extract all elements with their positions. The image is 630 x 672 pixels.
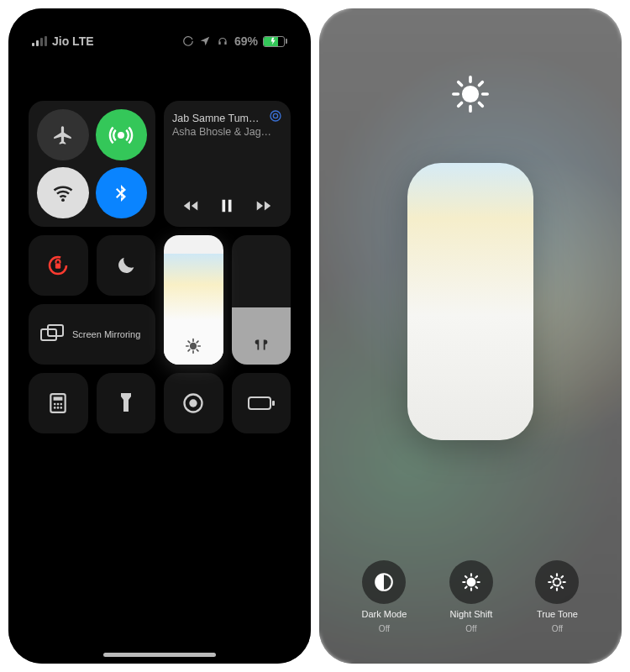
location-icon xyxy=(199,35,211,47)
battery-percent-label: 69% xyxy=(234,34,258,48)
calculator-icon xyxy=(47,392,69,414)
dark-mode-state: Off xyxy=(379,624,390,633)
dark-mode-label: Dark Mode xyxy=(362,609,407,619)
svg-rect-5 xyxy=(55,264,60,269)
brightness-slider-large[interactable] xyxy=(407,163,533,440)
battery-icon xyxy=(263,36,287,47)
wifi-toggle[interactable] xyxy=(37,167,89,218)
screen-record-button[interactable] xyxy=(164,373,223,433)
record-icon xyxy=(181,391,205,415)
control-center-grid: Jab Samne Tum… Asha Bhosle & Jag… xyxy=(29,101,291,433)
true-tone-state: Off xyxy=(552,624,563,633)
svg-point-11 xyxy=(54,403,56,406)
carrier-label: Jio LTE xyxy=(52,34,94,48)
low-power-mode-button[interactable] xyxy=(232,373,291,433)
do-not-disturb-toggle[interactable] xyxy=(97,235,156,296)
status-bar: Jio LTE 69% xyxy=(8,8,311,45)
svg-point-14 xyxy=(54,407,56,409)
rotation-lock-icon xyxy=(45,253,71,278)
svg-point-18 xyxy=(190,399,197,407)
dark-mode-toggle[interactable]: Dark Mode Off xyxy=(362,560,407,633)
svg-rect-19 xyxy=(249,397,270,409)
calculator-button[interactable] xyxy=(29,373,88,433)
wifi-icon xyxy=(51,181,75,205)
svg-point-23 xyxy=(468,579,475,586)
rewind-icon[interactable] xyxy=(181,197,200,215)
forward-icon[interactable] xyxy=(255,197,273,215)
airplane-icon xyxy=(52,124,74,146)
night-shift-state: Off xyxy=(465,624,476,633)
airplay-audio-icon xyxy=(269,109,282,123)
svg-rect-20 xyxy=(272,401,275,406)
airpods-icon xyxy=(252,336,270,354)
brightness-slider[interactable] xyxy=(164,235,223,365)
svg-point-12 xyxy=(57,403,60,406)
flashlight-icon xyxy=(118,391,134,415)
svg-point-16 xyxy=(60,407,63,409)
svg-point-3 xyxy=(273,113,277,118)
signal-bars-icon xyxy=(32,36,47,46)
cellular-data-toggle[interactable] xyxy=(96,109,148,160)
home-indicator[interactable] xyxy=(103,653,216,657)
screenshot-control-center: Jio LTE 69% xyxy=(8,8,311,664)
moon-icon xyxy=(114,254,138,277)
night-shift-label: Night Shift xyxy=(450,609,493,619)
sun-icon xyxy=(185,338,202,354)
true-tone-label: True Tone xyxy=(537,609,578,619)
svg-rect-10 xyxy=(54,396,63,400)
bluetooth-toggle[interactable] xyxy=(96,167,148,218)
true-tone-toggle[interactable]: True Tone Off xyxy=(535,560,579,633)
screen-mirroring-label: Screen Mirroring xyxy=(72,329,140,339)
sun-icon xyxy=(452,76,489,113)
svg-point-2 xyxy=(270,111,281,121)
media-artist-label: Asha Bhosle & Jag… xyxy=(172,126,282,139)
svg-point-1 xyxy=(61,198,65,202)
volume-slider[interactable] xyxy=(232,235,291,365)
svg-point-15 xyxy=(57,407,60,409)
airplane-mode-toggle[interactable] xyxy=(37,109,89,160)
media-controls-tile[interactable]: Jab Samne Tum… Asha Bhosle & Jag… xyxy=(164,101,291,227)
svg-point-24 xyxy=(554,579,561,586)
bluetooth-icon xyxy=(111,183,131,203)
svg-point-6 xyxy=(191,344,197,349)
media-title-label: Jab Samne Tum… xyxy=(172,113,282,126)
true-tone-icon xyxy=(546,571,568,593)
cellular-antenna-icon xyxy=(108,123,134,148)
screen-mirroring-button[interactable]: Screen Mirroring xyxy=(29,304,155,365)
night-shift-toggle[interactable]: Night Shift Off xyxy=(449,560,493,633)
refresh-icon xyxy=(182,35,194,47)
headphones-icon xyxy=(216,35,229,47)
orientation-lock-toggle[interactable] xyxy=(29,235,88,296)
screen-mirroring-icon xyxy=(40,324,64,344)
svg-point-13 xyxy=(60,403,63,406)
pause-icon[interactable] xyxy=(218,197,236,215)
brightness-options-row: Dark Mode Off Night Shift Off True Tone … xyxy=(319,560,622,633)
battery-icon xyxy=(248,395,275,412)
night-shift-icon xyxy=(460,571,482,593)
flashlight-button[interactable] xyxy=(97,373,156,433)
dark-mode-icon xyxy=(373,571,395,593)
connectivity-group[interactable] xyxy=(29,101,155,227)
svg-point-0 xyxy=(119,133,124,138)
svg-point-21 xyxy=(464,87,478,102)
screenshot-brightness-module: Dark Mode Off Night Shift Off True Tone … xyxy=(319,8,622,664)
